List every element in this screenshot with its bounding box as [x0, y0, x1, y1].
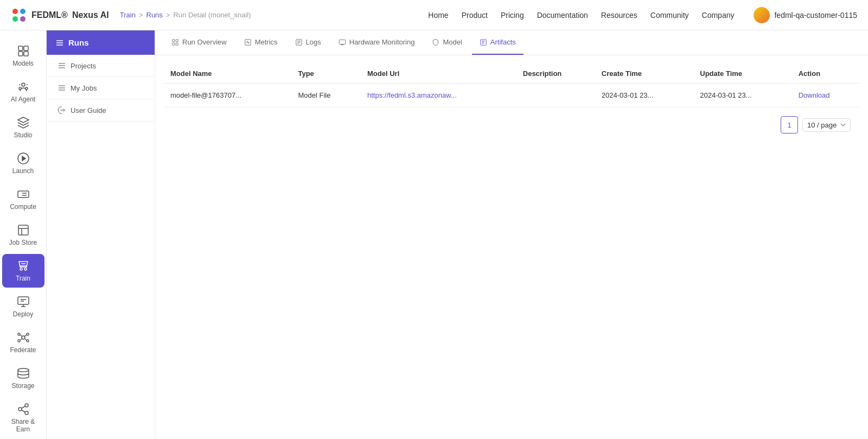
model-url-link[interactable]: https://fedml.s3.amazonaw...	[367, 91, 457, 99]
svg-rect-28	[176, 43, 178, 45]
tab-logs[interactable]: Logs	[288, 30, 329, 55]
sidebar-item-federate[interactable]: Federate	[2, 326, 44, 359]
avatar	[754, 7, 770, 23]
sidebar-item-ai-agent[interactable]: AI Agent	[2, 75, 44, 109]
jobstore-icon	[17, 224, 30, 237]
svg-point-23	[18, 408, 22, 411]
nav-pricing[interactable]: Pricing	[501, 11, 524, 20]
col-action: Action	[792, 64, 859, 84]
tab-hardware-monitoring-label: Hardware Monitoring	[349, 38, 415, 46]
tab-run-overview[interactable]: Run Overview	[164, 30, 234, 55]
secondary-header: Runs	[47, 30, 155, 55]
logs-icon	[295, 39, 303, 46]
col-model-url: Model Url	[361, 64, 516, 84]
svg-point-17	[18, 333, 20, 335]
artifacts-table: Model Name Type Model Url Description Cr…	[164, 64, 859, 107]
svg-point-19	[18, 340, 20, 342]
svg-point-24	[25, 411, 28, 415]
sidebar-item-studio[interactable]: Studio	[2, 111, 44, 144]
nav-resources[interactable]: Resources	[601, 11, 637, 20]
share-icon	[17, 403, 30, 416]
sidebar-item-share-earn[interactable]: Share & Earn	[2, 397, 44, 438]
metrics-icon	[244, 39, 252, 46]
sidebar-item-job-store[interactable]: Job Store	[2, 218, 44, 252]
tab-model-label: Model	[443, 38, 462, 46]
nav-product[interactable]: Product	[462, 11, 488, 20]
secondary-menu-projects[interactable]: Projects	[47, 55, 155, 77]
svg-point-20	[27, 340, 29, 342]
tab-metrics[interactable]: Metrics	[237, 30, 285, 55]
page-size-select[interactable]: 10 / page 20 / page 50 / page	[802, 118, 851, 132]
secondary-menu-user-guide-label: User Guide	[71, 106, 106, 114]
svg-point-1	[20, 9, 25, 14]
pagination: 1 10 / page 20 / page 50 / page	[164, 107, 859, 142]
sidebar-item-models[interactable]: Models	[2, 39, 44, 73]
cell-model-url[interactable]: https://fedml.s3.amazonaw...	[361, 84, 516, 107]
model-icon	[432, 39, 439, 46]
breadcrumb-runs[interactable]: Runs	[146, 11, 163, 19]
breadcrumb-sep1: >	[139, 11, 143, 19]
svg-rect-11	[18, 191, 29, 198]
nav-company[interactable]: Company	[702, 11, 735, 20]
svg-point-21	[18, 368, 29, 372]
overview-icon	[171, 39, 179, 46]
cell-create-time: 2024-03-01 23...	[595, 84, 693, 107]
breadcrumb-train[interactable]: Train	[120, 11, 136, 19]
cell-description	[516, 84, 595, 107]
user-area[interactable]: fedml-qa-customer-0115	[754, 7, 857, 23]
svg-rect-15	[18, 297, 29, 304]
sidebar-item-launch[interactable]: Launch	[2, 147, 44, 180]
download-button[interactable]: Download	[799, 91, 830, 99]
svg-point-2	[12, 16, 18, 22]
tabs-bar: Run Overview Metrics Logs	[155, 30, 868, 55]
svg-rect-25	[173, 39, 175, 41]
hardware-icon	[339, 39, 346, 46]
svg-point-18	[27, 333, 29, 335]
tab-artifacts[interactable]: Artifacts	[472, 30, 524, 55]
user-guide-icon	[58, 106, 66, 114]
secondary-menu-projects-label: Projects	[71, 62, 96, 70]
svg-point-13	[20, 268, 22, 270]
secondary-menu-my-jobs-label: My Jobs	[71, 84, 97, 92]
content-inner: Run Overview Metrics Logs	[155, 30, 868, 439]
sidebar-item-storage[interactable]: Storage	[2, 361, 44, 395]
compute-icon	[17, 188, 30, 201]
logo[interactable]: FEDML® Nexus AI	[11, 7, 109, 23]
svg-rect-7	[24, 52, 28, 56]
sidebar-item-deploy[interactable]: Deploy	[2, 290, 44, 323]
col-description: Description	[516, 64, 595, 84]
studio-icon	[17, 116, 30, 129]
tab-model[interactable]: Model	[424, 30, 469, 55]
svg-rect-12	[18, 225, 28, 235]
svg-rect-6	[18, 52, 23, 56]
tab-hardware-monitoring[interactable]: Hardware Monitoring	[331, 30, 423, 55]
tab-artifacts-label: Artifacts	[490, 38, 516, 46]
cell-action[interactable]: Download	[792, 84, 859, 107]
secondary-menu-my-jobs[interactable]: My Jobs	[47, 77, 155, 99]
col-type: Type	[291, 64, 361, 84]
nav-community[interactable]: Community	[650, 11, 689, 20]
logo-product: Nexus AI	[72, 10, 109, 20]
secondary-menu-user-guide[interactable]: User Guide	[47, 99, 155, 122]
svg-rect-26	[176, 39, 178, 41]
page-number-btn[interactable]: 1	[781, 116, 798, 133]
top-navigation: FEDML® Nexus AI Train > Runs > Run Detai…	[0, 0, 868, 30]
breadcrumb: Train > Runs > Run Detail (monet_snail)	[120, 11, 251, 19]
svg-rect-31	[339, 40, 346, 44]
train-icon	[17, 259, 30, 272]
logo-brand: FEDML®	[31, 10, 68, 20]
left-sidebar: Models AI Agent Studio	[0, 30, 47, 439]
svg-rect-4	[18, 46, 23, 50]
deploy-icon	[17, 295, 30, 308]
secondary-sidebar: Runs Projects My Jobs User Guide	[47, 30, 155, 439]
sidebar-item-compute[interactable]: Compute	[2, 182, 44, 216]
svg-point-22	[25, 404, 28, 407]
secondary-header-label: Runs	[68, 38, 89, 47]
storage-icon	[17, 367, 30, 380]
svg-point-3	[20, 16, 25, 22]
svg-rect-5	[24, 46, 28, 50]
nav-home[interactable]: Home	[428, 11, 448, 20]
username: fedml-qa-customer-0115	[774, 11, 857, 20]
sidebar-item-train[interactable]: Train	[2, 254, 44, 288]
nav-documentation[interactable]: Documentation	[537, 11, 588, 20]
